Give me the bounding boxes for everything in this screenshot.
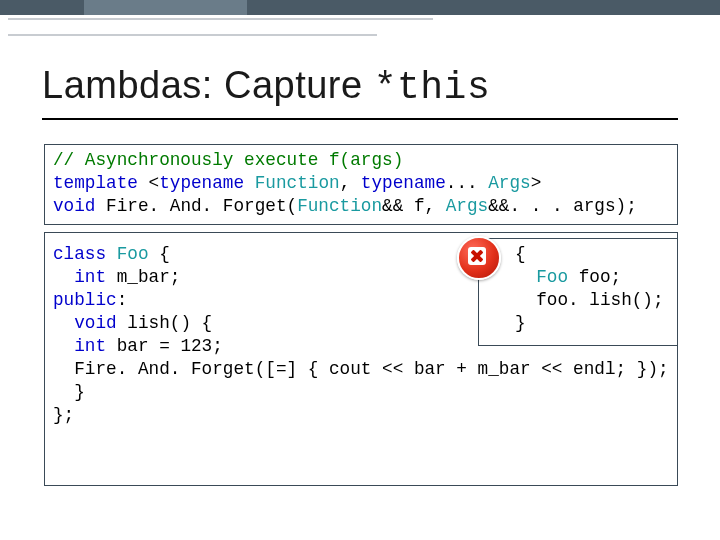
side-code-box: { Foo foo; foo. lish(); } [478, 238, 678, 346]
top-thin-line-2 [8, 34, 377, 36]
title-prefix: Lambdas: Capture [42, 64, 374, 106]
error-icon [454, 233, 500, 279]
slide-title: Lambdas: Capture *this [42, 64, 490, 109]
code1-comment: // Asynchronously execute f(args) [53, 150, 403, 170]
top-thin-line-1 [8, 18, 433, 20]
side-code: { Foo foo; foo. lish(); } [515, 243, 669, 335]
code-1: // Asynchronously execute f(args) templa… [53, 149, 669, 218]
code-box-1: // Asynchronously execute f(args) templa… [44, 144, 678, 225]
title-mono: *this [374, 66, 491, 109]
slide: Lambdas: Capture *this // Asynchronously… [0, 0, 720, 540]
title-underline [42, 118, 678, 120]
top-decoration [0, 0, 720, 34]
top-bar-accent [84, 0, 247, 15]
